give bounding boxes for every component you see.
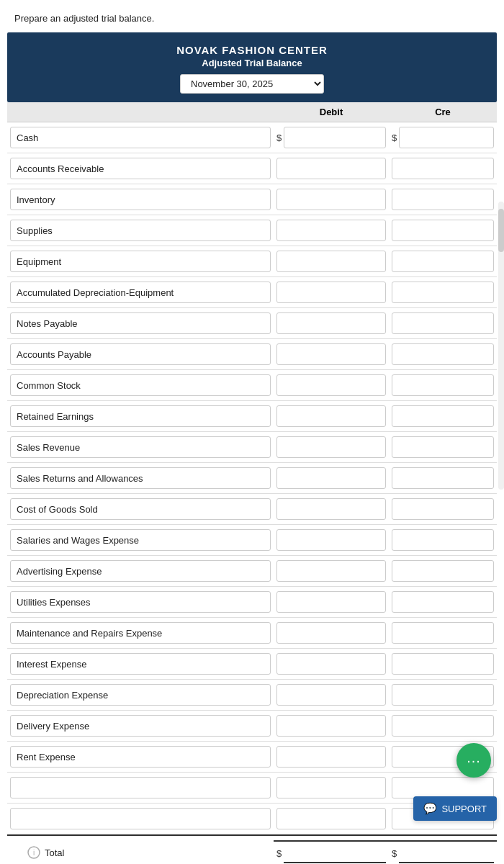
table-row <box>7 556 497 587</box>
debit-amount-input[interactable] <box>276 498 386 520</box>
credit-input-wrap <box>389 404 497 428</box>
credit-amount-input[interactable] <box>392 251 494 272</box>
account-name-input[interactable] <box>10 374 271 396</box>
debit-input-wrap <box>274 652 389 676</box>
account-input-wrap <box>7 311 274 336</box>
credit-input-wrap <box>389 466 497 490</box>
scrollbar-track[interactable] <box>498 202 504 490</box>
credit-amount-input[interactable] <box>392 312 494 334</box>
credit-amount-input[interactable] <box>392 405 494 427</box>
debit-amount-input[interactable] <box>276 808 386 829</box>
credit-amount-input[interactable] <box>392 560 494 582</box>
debit-amount-input[interactable] <box>276 467 386 489</box>
credit-amount-input[interactable] <box>392 467 494 489</box>
account-input-wrap <box>7 342 274 366</box>
account-name-input[interactable] <box>10 127 271 148</box>
date-select[interactable]: November 30, 2025 <box>180 74 324 94</box>
prepare-instructions: Prepare an adjusted trial balance. <box>0 7 504 32</box>
credit-input-wrap <box>389 373 497 397</box>
date-select-wrapper[interactable]: November 30, 2025 <box>14 74 490 94</box>
credit-amount-input[interactable] <box>392 684 494 706</box>
debit-amount-input[interactable] <box>276 436 386 458</box>
account-input-wrap <box>7 187 274 212</box>
account-input-wrap <box>7 806 274 831</box>
credit-amount-input[interactable] <box>392 343 494 365</box>
credit-amount-input[interactable] <box>392 777 494 798</box>
credit-amount-input[interactable] <box>392 715 494 737</box>
debit-amount-input[interactable] <box>276 560 386 582</box>
debit-amount-input[interactable] <box>276 777 386 798</box>
debit-amount-input[interactable] <box>276 251 386 272</box>
credit-amount-input[interactable] <box>392 498 494 520</box>
debit-amount-input[interactable] <box>276 591 386 613</box>
fab-dots-icon: ··· <box>467 753 481 768</box>
fab-button[interactable]: ··· <box>456 743 491 778</box>
credit-amount-input[interactable] <box>392 189 494 210</box>
debit-amount-input[interactable] <box>276 374 386 396</box>
account-name-input[interactable] <box>10 591 271 613</box>
account-name-input[interactable] <box>10 467 271 489</box>
debit-amount-input[interactable] <box>276 220 386 241</box>
account-input-wrap <box>7 156 274 181</box>
debit-amount-input[interactable] <box>276 189 386 210</box>
total-debit-input[interactable] <box>284 843 386 863</box>
account-input-wrap <box>7 125 274 150</box>
account-name-input[interactable] <box>10 405 271 427</box>
credit-amount-input[interactable] <box>392 529 494 551</box>
debit-amount-input[interactable] <box>276 746 386 768</box>
table-row <box>7 246 497 277</box>
debit-input-wrap <box>274 683 389 707</box>
account-name-input[interactable] <box>10 684 271 706</box>
debit-amount-input[interactable] <box>276 684 386 706</box>
credit-amount-input[interactable] <box>392 282 494 303</box>
account-name-input[interactable] <box>10 808 271 829</box>
debit-amount-input[interactable] <box>276 653 386 675</box>
account-input-wrap <box>7 652 274 676</box>
credit-amount-input[interactable] <box>392 158 494 179</box>
account-name-input[interactable] <box>10 529 271 551</box>
account-name-input[interactable] <box>10 560 271 582</box>
debit-input-wrap <box>274 714 389 738</box>
credit-amount-input[interactable] <box>392 374 494 396</box>
account-name-input[interactable] <box>10 746 271 768</box>
debit-amount-input[interactable] <box>276 282 386 303</box>
credit-amount-input[interactable] <box>392 436 494 458</box>
debit-amount-input[interactable] <box>276 715 386 737</box>
credit-amount-input[interactable] <box>392 622 494 644</box>
account-input-wrap <box>7 280 274 305</box>
account-name-input[interactable] <box>10 158 271 179</box>
credit-amount-input[interactable] <box>392 591 494 613</box>
account-name-input[interactable] <box>10 498 271 520</box>
account-name-input[interactable] <box>10 653 271 675</box>
debit-amount-input[interactable] <box>276 405 386 427</box>
total-credit-input[interactable] <box>399 843 494 863</box>
debit-amount-input[interactable] <box>276 622 386 644</box>
debit-input-wrap <box>274 280 389 305</box>
account-name-input[interactable] <box>10 622 271 644</box>
table-row <box>7 649 497 680</box>
credit-input-wrap <box>389 218 497 243</box>
debit-amount-input[interactable] <box>284 127 386 148</box>
scrollbar-thumb[interactable] <box>498 209 504 252</box>
debit-amount-input[interactable] <box>276 158 386 179</box>
debit-amount-input[interactable] <box>276 343 386 365</box>
account-input-wrap <box>7 744 274 769</box>
account-input-wrap <box>7 466 274 490</box>
account-name-input[interactable] <box>10 777 271 798</box>
account-name-input[interactable] <box>10 343 271 365</box>
support-button[interactable]: 💬 SUPPORT <box>413 796 497 821</box>
credit-amount-input[interactable] <box>392 653 494 675</box>
debit-amount-input[interactable] <box>276 312 386 334</box>
account-name-input[interactable] <box>10 715 271 737</box>
credit-amount-input[interactable] <box>392 220 494 241</box>
account-name-input[interactable] <box>10 189 271 210</box>
account-name-input[interactable] <box>10 220 271 241</box>
account-name-input[interactable] <box>10 312 271 334</box>
credit-col-header: Cre <box>389 107 497 117</box>
account-name-input[interactable] <box>10 436 271 458</box>
credit-amount-input[interactable] <box>399 127 494 148</box>
account-name-input[interactable] <box>10 282 271 303</box>
account-name-input[interactable] <box>10 251 271 272</box>
debit-amount-input[interactable] <box>276 529 386 551</box>
table-row <box>7 153 497 184</box>
